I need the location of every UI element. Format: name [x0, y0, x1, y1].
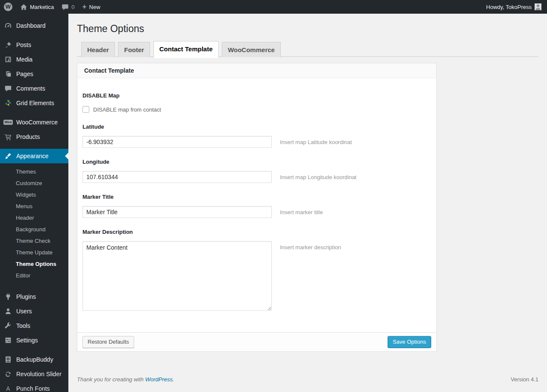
sidebar-item-dashboard[interactable]: Dashboard — [0, 18, 68, 33]
latitude-input[interactable] — [82, 136, 272, 148]
sidebar-item-label: Revolution Slider — [16, 371, 62, 377]
sidebar-item-label: Appearance — [16, 153, 49, 159]
page-title: Theme Options — [77, 14, 538, 35]
sidebar-item-label: Tools — [16, 322, 30, 329]
disable-map-label: DISABLE Map — [82, 92, 429, 99]
comments-icon — [4, 84, 12, 93]
tab-woocommerce[interactable]: WooCommerce — [222, 42, 281, 57]
sidebar-item-label: Products — [16, 133, 40, 140]
longitude-help-text: Insert map Longitude koordinat — [280, 171, 356, 180]
footer-version: Version 4.1 — [511, 376, 538, 383]
submenu-item-header[interactable]: Header — [0, 212, 68, 224]
new-content-button[interactable]: + New — [79, 0, 104, 14]
page-footer: Thank you for creating with WordPress. V… — [77, 376, 538, 389]
longitude-label: Longitude — [82, 159, 429, 165]
contact-template-panel: Contact Template DISABLE Map DISABLE map… — [77, 63, 437, 352]
submenu-item-background[interactable]: Background — [0, 224, 68, 235]
marker-title-help-text: Insert marker title — [280, 206, 323, 215]
letter-a-icon: A — [4, 384, 12, 392]
submenu-item-themes[interactable]: Themes — [0, 166, 68, 177]
sidebar-item-plugins[interactable]: Plugins — [0, 289, 68, 304]
pushpin-icon — [4, 41, 12, 49]
howdy-text: Howdy, TokoPress — [486, 4, 532, 10]
avatar-person-icon — [535, 3, 541, 10]
wordpress-logo-button[interactable]: W — [0, 0, 16, 14]
site-menu-button[interactable]: Marketica — [16, 0, 58, 14]
sidebar-item-pages[interactable]: Pages — [0, 67, 68, 81]
sidebar-item-label: Posts — [16, 41, 31, 48]
sidebar-item-revolution-slider[interactable]: Revolution Slider — [0, 367, 68, 381]
avatar — [535, 3, 541, 10]
cart-icon — [4, 133, 12, 141]
save-options-button[interactable]: Save Options — [388, 336, 431, 348]
submenu-item-theme-update[interactable]: Theme Update — [0, 247, 68, 258]
tab-bar: Header Footer Contact Template WooCommer… — [77, 41, 538, 57]
sidebar-item-posts[interactable]: Posts — [0, 38, 68, 52]
longitude-input[interactable] — [82, 171, 272, 183]
sidebar-item-label: Pages — [16, 71, 33, 77]
comment-bubble-icon — [62, 3, 69, 11]
settings-icon — [4, 336, 12, 345]
submenu-item-theme-check[interactable]: Theme Check — [0, 235, 68, 247]
grid-elements-icon — [4, 99, 12, 107]
sidebar-item-comments[interactable]: Comments — [0, 81, 68, 96]
media-icon — [4, 55, 12, 64]
sidebar-item-label: Users — [16, 308, 32, 315]
sidebar-item-products[interactable]: Products — [0, 130, 68, 144]
sidebar-item-label: Settings — [16, 337, 38, 344]
tab-header[interactable]: Header — [81, 42, 115, 57]
new-label: New — [89, 4, 100, 10]
marker-description-textarea[interactable]: Marker Content — [82, 241, 272, 311]
paintbrush-icon — [4, 152, 12, 160]
wrench-icon — [4, 321, 12, 330]
sidebar-item-label: Punch Fonts — [16, 385, 50, 392]
sidebar-item-media[interactable]: Media — [0, 52, 68, 67]
restore-defaults-button[interactable]: Restore Defaults — [82, 336, 134, 348]
comments-button[interactable]: 0 — [58, 0, 78, 14]
footer-thanks-text: Thank you for creating with WordPress. — [77, 376, 174, 383]
sidebar-item-users[interactable]: Users — [0, 304, 68, 318]
admin-bar: W Marketica 0 + New Howdy, TokoPress — [0, 0, 547, 14]
admin-sidebar: Dashboard Posts Media Pages Commen — [0, 14, 68, 392]
panel-body: DISABLE Map DISABLE map from contact Lat… — [77, 78, 436, 332]
submenu-item-customize[interactable]: Customize — [0, 177, 68, 189]
plug-icon — [4, 292, 12, 301]
sidebar-item-punch-fonts[interactable]: A Punch Fonts — [0, 381, 68, 392]
marker-description-label: Marker Description — [82, 229, 429, 235]
disable-map-checkbox-row[interactable]: DISABLE map from contact — [82, 106, 429, 113]
user-icon — [4, 307, 12, 315]
sidebar-item-label: BackupBuddy — [16, 356, 53, 363]
sidebar-item-label: Grid Elements — [16, 100, 54, 106]
sidebar-item-woocommerce[interactable]: Woo WooCommerce — [0, 115, 68, 130]
sidebar-item-appearance[interactable]: Appearance — [0, 149, 68, 163]
sidebar-item-label: Plugins — [16, 293, 36, 300]
panel-title: Contact Template — [77, 63, 436, 78]
sidebar-item-grid-elements[interactable]: Grid Elements — [0, 96, 68, 110]
latitude-label: Latitude — [82, 124, 429, 130]
my-account-button[interactable]: Howdy, TokoPress — [481, 0, 547, 14]
comment-count: 0 — [71, 4, 74, 10]
marker-title-label: Marker Title — [82, 194, 429, 200]
marker-description-help-text: Insert marker description — [280, 241, 341, 251]
submenu-item-editor[interactable]: Editor — [0, 270, 68, 281]
disable-map-checkbox[interactable] — [82, 106, 89, 113]
dashboard-icon — [4, 21, 12, 30]
submenu-item-menus[interactable]: Menus — [0, 200, 68, 212]
latitude-help-text: Insert map Latitude koordinat — [280, 136, 352, 145]
site-name: Marketica — [30, 4, 54, 10]
marker-title-input[interactable] — [82, 206, 272, 218]
tab-contact-template[interactable]: Contact Template — [153, 41, 219, 58]
sidebar-item-label: Media — [16, 56, 32, 63]
sidebar-item-tools[interactable]: Tools — [0, 318, 68, 333]
refresh-arrows-icon — [4, 370, 12, 378]
submenu-item-theme-options[interactable]: Theme Options — [0, 258, 68, 270]
wordpress-link[interactable]: WordPress — [145, 376, 173, 383]
backup-device-icon — [4, 355, 12, 364]
appearance-submenu: Themes Customize Widgets Menus Header Ba… — [0, 163, 68, 285]
tab-footer[interactable]: Footer — [118, 42, 150, 57]
home-icon — [20, 3, 27, 11]
sidebar-item-settings[interactable]: Settings — [0, 333, 68, 348]
sidebar-item-backupbuddy[interactable]: BackupBuddy — [0, 352, 68, 367]
submenu-item-widgets[interactable]: Widgets — [0, 189, 68, 200]
sidebar-item-label: Comments — [16, 85, 45, 92]
